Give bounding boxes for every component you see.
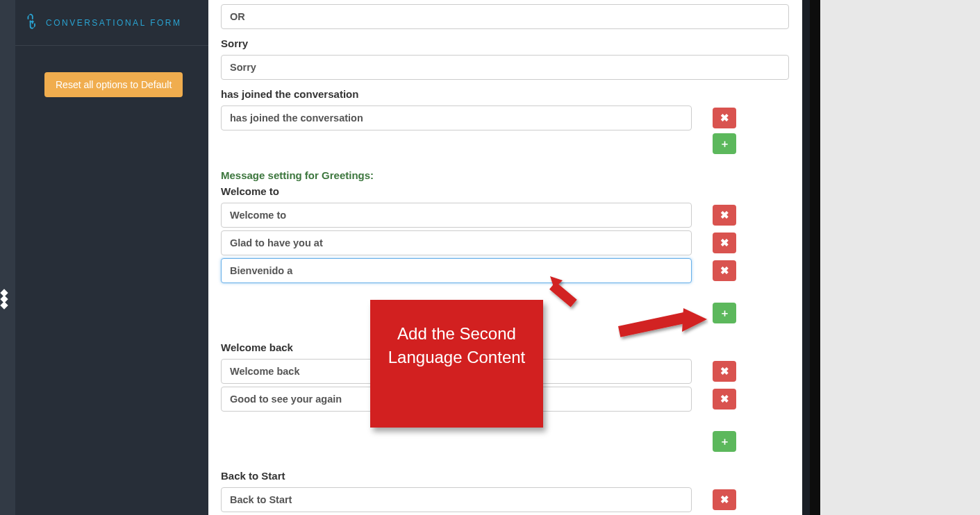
close-icon: ✖ — [720, 365, 729, 378]
svg-rect-1 — [549, 282, 577, 307]
welcome-to-input-2[interactable] — [221, 258, 692, 283]
sorry-input[interactable] — [221, 55, 789, 80]
settings-panel: Sorry has joined the conversation ✖ ＋ Me… — [208, 0, 802, 515]
annotation-arrow-icon — [546, 272, 588, 314]
close-icon: ✖ — [720, 209, 729, 221]
sidebar-title: CONVERSATIONAL FORM — [46, 18, 182, 28]
welcome-to-input-0[interactable] — [221, 203, 692, 228]
remove-button[interactable]: ✖ — [713, 108, 736, 128]
sidebar-header: CONVERSATIONAL FORM — [15, 0, 208, 46]
plug-icon — [23, 12, 43, 33]
greetings-section-title: Message setting for Greetings: — [221, 169, 790, 181]
joined-label: has joined the conversation — [221, 88, 790, 100]
annotation-callout: Add the Second Language Content — [370, 300, 543, 428]
remove-button[interactable]: ✖ — [713, 389, 736, 410]
or-input[interactable] — [221, 4, 789, 29]
close-icon: ✖ — [720, 112, 729, 124]
close-icon: ✖ — [720, 493, 729, 506]
stage: CONVERSATIONAL FORM Reset all options to… — [0, 0, 980, 515]
remove-button[interactable]: ✖ — [713, 233, 736, 253]
add-button-welcome-back[interactable]: ＋ — [713, 431, 736, 452]
right-pane — [820, 0, 980, 515]
remove-button[interactable]: ✖ — [713, 489, 736, 510]
annotation-arrow-icon — [618, 304, 708, 346]
plus-icon: ＋ — [720, 137, 730, 151]
plus-icon: ＋ — [720, 435, 730, 448]
back-to-start-input-0[interactable] — [221, 487, 692, 512]
add-button-welcome-to[interactable]: ＋ — [713, 303, 736, 323]
remove-button[interactable]: ✖ — [713, 361, 736, 382]
add-button[interactable]: ＋ — [713, 133, 736, 154]
welcome-to-label: Welcome to — [221, 185, 790, 197]
svg-rect-2 — [618, 312, 686, 337]
back-to-start-label: Back to Start — [221, 470, 790, 482]
border-strip — [810, 0, 820, 515]
sidebar: CONVERSATIONAL FORM Reset all options to… — [15, 0, 208, 515]
sorry-label: Sorry — [221, 37, 790, 49]
close-icon: ✖ — [720, 264, 729, 277]
plus-icon: ＋ — [720, 307, 730, 320]
welcome-to-input-1[interactable] — [221, 230, 692, 255]
close-icon: ✖ — [720, 393, 729, 405]
dark-shell: CONVERSATIONAL FORM Reset all options to… — [0, 0, 810, 515]
joined-input[interactable] — [221, 105, 692, 130]
drag-handle-diamonds[interactable] — [1, 290, 7, 308]
reset-button[interactable]: Reset all options to Default — [44, 72, 183, 97]
remove-button[interactable]: ✖ — [713, 205, 736, 226]
svg-marker-3 — [682, 308, 707, 332]
remove-button[interactable]: ✖ — [713, 260, 736, 281]
close-icon: ✖ — [720, 237, 729, 249]
